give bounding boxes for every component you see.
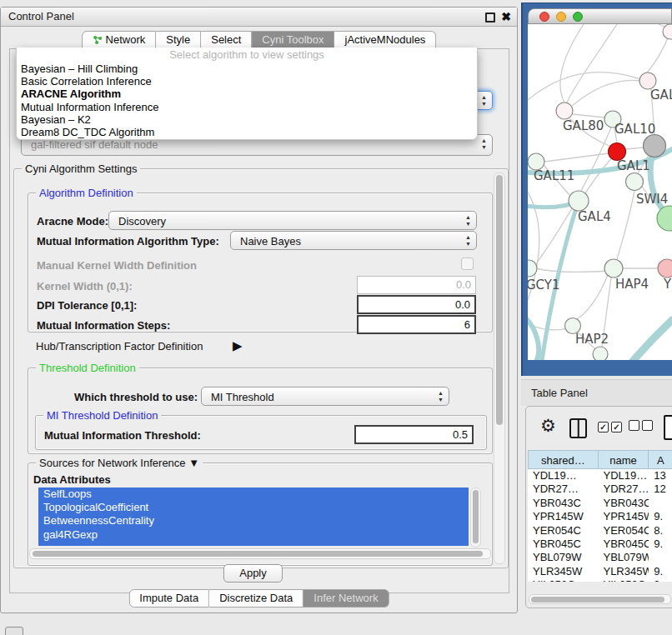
table-row[interactable]: YBL079WYBL079W	[528, 551, 672, 564]
mi-algorithm-type-label: Mutual Information Algorithm Type:	[37, 235, 219, 248]
dpi-tolerance-field[interactable]: 0.0	[357, 295, 476, 314]
network-node[interactable]	[658, 259, 672, 278]
network-edge[interactable]	[572, 80, 640, 106]
apply-button[interactable]: Apply	[223, 564, 283, 582]
table-row[interactable]: YLR345WYLR345W9.	[528, 565, 672, 578]
table-horizontal-scrollbar[interactable]	[529, 594, 671, 604]
tab-label: Cyni Toolbox	[262, 33, 323, 46]
table-row[interactable]: YBR043CYBR043C	[528, 497, 672, 510]
attribute-partial-row[interactable]	[38, 542, 469, 546]
network-node[interactable]	[626, 173, 644, 191]
node-label-hap2: HAP2	[575, 332, 609, 347]
network-edge[interactable]	[560, 24, 584, 102]
data-attributes-list[interactable]: SelfLoopsTopologicalCoefficientBetweenne…	[38, 488, 469, 546]
network-edge[interactable]	[577, 275, 608, 319]
algorithm-option-basic-correlation-inference[interactable]: Basic Correlation Inference	[17, 75, 477, 88]
mi-steps-field[interactable]: 6	[357, 315, 476, 334]
close-traffic-light-icon[interactable]	[539, 12, 549, 22]
algorithm-option-bayesian-k2[interactable]: Bayesian – K2	[17, 113, 477, 126]
tab-style[interactable]: Style	[156, 31, 201, 49]
node-label-swi4: SWI4	[636, 192, 668, 207]
mi-threshold-definition-title: MI Threshold Definition	[43, 409, 161, 422]
network-node[interactable]	[604, 259, 623, 278]
network-node[interactable]	[593, 347, 608, 360]
tab-jactivemnodules[interactable]: jActiveMNodules	[335, 31, 437, 49]
attribute-betweennesscentrality[interactable]: BetweennessCentrality	[38, 514, 469, 528]
table-panel-body: ⚙ ✓✓ shared…nameA YDL19…YDL19…13YDR27…YD…	[525, 406, 672, 608]
network-node[interactable]	[556, 102, 573, 119]
network-edge-highlighted[interactable]	[615, 320, 672, 360]
document-icon[interactable]	[664, 415, 672, 440]
collapse-arrow-icon[interactable]: ▼	[188, 457, 199, 469]
attributes-horizontal-scrollbar[interactable]	[29, 548, 491, 559]
kernel-width-field[interactable]: 0.0	[357, 276, 476, 294]
settings-scrollbar[interactable]	[494, 172, 505, 564]
table-cell: YBR043C	[598, 497, 649, 510]
network-canvas[interactable]: GALGAL80GAL10GAL1GAL11SWI4GAL4GCY1HAP4YH…	[528, 24, 672, 360]
network-edge[interactable]	[535, 268, 608, 272]
table-row[interactable]: YER054CYER054C8.	[528, 524, 672, 538]
tab-cyni-toolbox[interactable]: Cyni Toolbox	[252, 31, 334, 49]
network-node[interactable]	[657, 206, 672, 231]
column-header-name[interactable]: name	[599, 450, 649, 469]
network-icon	[93, 35, 103, 45]
which-threshold-combo[interactable]: MI Threshold ▲▼	[201, 387, 449, 406]
deselect-all-icon[interactable]	[629, 420, 655, 433]
mi-steps-value: 6	[464, 318, 470, 331]
node-label-gcy1: GCY1	[528, 278, 560, 292]
network-node[interactable]	[639, 72, 656, 89]
network-edge[interactable]	[617, 191, 634, 259]
table-row[interactable]: YDL19…YDL19…13	[528, 469, 672, 482]
node-table[interactable]: shared…nameA YDL19…YDL19…13YDR27…YDR27…1…	[528, 450, 672, 582]
table-row[interactable]: YDR27…YDR27…12	[528, 482, 672, 496]
which-threshold-value: MI Threshold	[211, 391, 274, 403]
manual-kernel-width-checkbox[interactable]	[461, 258, 474, 270]
table-header[interactable]: shared…nameA	[528, 450, 672, 469]
bottom-tab-infer-network[interactable]: Infer Network	[303, 589, 389, 608]
algorithm-option-dream8-dc-tdc-algorithm[interactable]: Dream8 DC_TDC Algorithm	[17, 126, 477, 138]
table-cell: 13	[649, 469, 672, 482]
algorithm-option-mutual-information-inference[interactable]: Mutual Information Inference	[17, 101, 477, 113]
minimize-traffic-light-icon[interactable]	[556, 12, 566, 22]
network-edge[interactable]	[581, 128, 611, 191]
network-edge[interactable]	[573, 114, 604, 118]
tab-select[interactable]: Select	[201, 31, 252, 49]
attribute-gal4rgexp[interactable]: gal4RGexp	[38, 528, 469, 542]
dpi-tolerance-value: 0.0	[455, 298, 470, 311]
column-header-a[interactable]: A	[649, 450, 672, 469]
attribute-selfloops[interactable]: SelfLoops	[38, 488, 469, 501]
network-window-titlebar[interactable]	[528, 8, 672, 24]
gear-icon[interactable]: ⚙	[540, 417, 556, 434]
select-all-icon[interactable]: ✓✓	[598, 420, 624, 432]
algorithm-option-bayesian-hill-climbing[interactable]: Bayesian – Hill Climbing	[17, 62, 477, 75]
network-node[interactable]	[528, 153, 544, 170]
close-icon[interactable]: ✖	[501, 8, 511, 26]
table-row[interactable]: YIL052CYIL052C9	[528, 578, 672, 582]
node-label-gal1: GAL1	[617, 158, 650, 173]
float-window-icon[interactable]	[485, 12, 495, 22]
network-node[interactable]	[644, 135, 666, 158]
bottom-tab-impute-data[interactable]: Impute Data	[128, 589, 209, 608]
table-row[interactable]: YPR145WYPR145W9.	[528, 510, 672, 523]
hub-section-label: Hub/Transcription Factor Definition	[36, 340, 203, 352]
network-edge[interactable]	[528, 72, 640, 100]
kernel-width-value: 0.0	[456, 278, 471, 291]
aracne-mode-combo[interactable]: Discovery ▲▼	[108, 211, 477, 230]
table-row[interactable]: YBR045CYBR045C9.	[528, 538, 672, 551]
mi-algorithm-type-combo[interactable]: Naive Bayes ▲▼	[230, 231, 477, 250]
expand-arrow-icon[interactable]: ▶	[233, 338, 243, 353]
column-header-shared-[interactable]: shared…	[528, 450, 599, 469]
tab-network[interactable]: Network	[82, 31, 157, 49]
algorithm-option-aracne-algorithm[interactable]: ARACNE Algorithm	[17, 88, 477, 100]
bottom-tab-discretize-data[interactable]: Discretize Data	[209, 589, 303, 608]
network-edge[interactable]	[625, 148, 644, 149]
attribute-topologicalcoefficient[interactable]: TopologicalCoefficient	[38, 501, 469, 514]
network-node[interactable]	[569, 191, 589, 211]
cyni-algorithm-settings-title: Cyni Algorithm Settings	[22, 162, 140, 175]
network-edge-highlighted[interactable]	[528, 316, 539, 360]
maximize-traffic-light-icon[interactable]	[573, 12, 583, 22]
split-column-icon[interactable]	[569, 418, 587, 438]
mi-threshold-field[interactable]: 0.5	[354, 425, 474, 444]
attributes-vertical-scrollbar[interactable]	[470, 488, 481, 548]
mini-window-icon[interactable]	[5, 627, 23, 635]
